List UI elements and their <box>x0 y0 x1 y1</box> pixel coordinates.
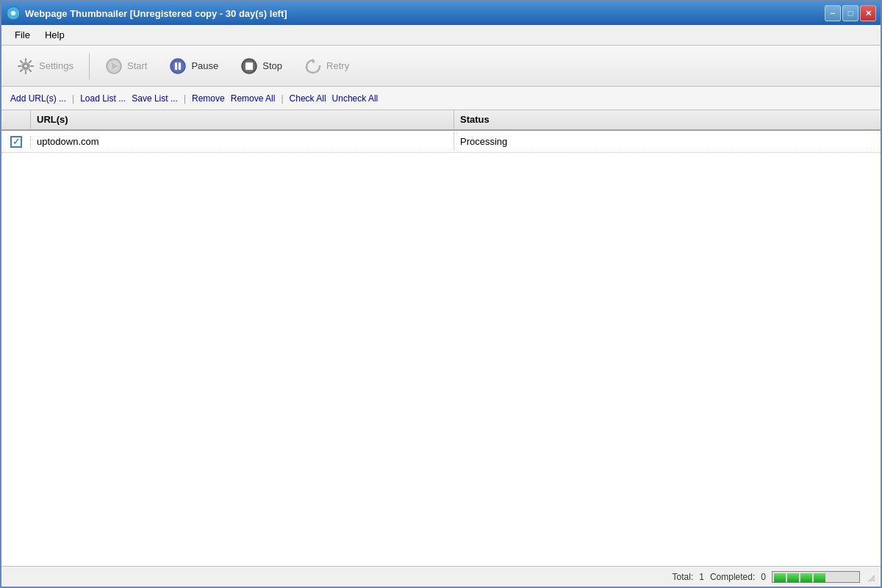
total-value: 1 <box>699 572 704 582</box>
svg-rect-11 <box>245 62 253 70</box>
row-status: Processing <box>454 132 881 151</box>
svg-line-15 <box>873 580 875 581</box>
load-list-link[interactable]: Load List ... <box>77 92 129 105</box>
remove-link[interactable]: Remove <box>189 92 228 105</box>
svg-point-2 <box>24 64 28 68</box>
retry-icon <box>304 57 322 75</box>
main-content: URL(s) Status uptodown.com Processing <box>1 110 881 566</box>
table-row: uptodown.com Processing <box>1 131 881 153</box>
row-checkbox[interactable] <box>10 136 22 148</box>
col-header-status: Status <box>454 110 881 129</box>
check-all-link[interactable]: Check All <box>287 92 329 105</box>
settings-icon <box>17 57 35 75</box>
row-checkbox-cell <box>1 136 31 148</box>
total-label: Total: <box>673 572 694 582</box>
add-urls-link[interactable]: Add URL(s) ... <box>7 92 69 105</box>
retry-label: Retry <box>326 60 349 71</box>
menu-help[interactable]: Help <box>37 26 72 43</box>
col-header-checkbox <box>1 110 31 129</box>
settings-button[interactable]: Settings <box>7 52 83 80</box>
progress-seg-4 <box>814 573 825 582</box>
retry-button[interactable]: Retry <box>295 52 359 80</box>
start-button[interactable]: Start <box>96 52 157 80</box>
window-title: Webpage Thumbnailer [Unregistered copy -… <box>25 8 825 19</box>
resize-grip-icon[interactable] <box>866 573 875 581</box>
main-window: Webpage Thumbnailer [Unregistered copy -… <box>0 0 882 588</box>
completed-value: 0 <box>761 572 766 582</box>
menu-file[interactable]: File <box>7 26 37 43</box>
svg-rect-9 <box>179 62 181 70</box>
pause-label: Pause <box>191 60 218 71</box>
toolbar: Settings Start <box>1 46 881 87</box>
pause-icon <box>169 57 187 75</box>
titlebar: Webpage Thumbnailer [Unregistered copy -… <box>1 1 881 25</box>
maximize-button[interactable]: □ <box>842 5 858 21</box>
minimize-button[interactable]: − <box>825 5 841 21</box>
svg-rect-8 <box>175 62 177 70</box>
progress-seg-1 <box>774 573 786 582</box>
pause-button[interactable]: Pause <box>159 52 228 80</box>
table-body: uptodown.com Processing <box>1 131 881 153</box>
table-header: URL(s) Status <box>1 110 881 131</box>
app-icon <box>6 6 21 21</box>
svg-point-1 <box>11 11 15 15</box>
stop-icon <box>240 57 258 75</box>
save-list-link[interactable]: Save List ... <box>129 92 181 105</box>
close-button[interactable]: ✕ <box>860 5 876 21</box>
action-sep-1: | <box>72 93 74 104</box>
action-sep-3: | <box>281 93 283 104</box>
stop-button[interactable]: Stop <box>231 52 292 80</box>
progress-seg-3 <box>800 573 812 582</box>
settings-label: Settings <box>39 60 74 71</box>
window-controls: − □ ✕ <box>825 5 876 21</box>
start-icon <box>105 57 123 75</box>
svg-marker-12 <box>312 59 315 63</box>
row-url: uptodown.com <box>31 132 454 151</box>
start-label: Start <box>127 60 147 71</box>
progress-bar <box>772 571 860 583</box>
action-sep-2: | <box>184 93 186 104</box>
actionbar: Add URL(s) ... | Load List ... Save List… <box>1 87 881 110</box>
progress-segments <box>772 572 827 582</box>
completed-label: Completed: <box>710 572 755 582</box>
svg-point-7 <box>171 59 185 74</box>
col-header-url: URL(s) <box>31 110 454 129</box>
stop-label: Stop <box>262 60 282 71</box>
statusbar: Total: 1 Completed: 0 <box>1 566 881 587</box>
uncheck-all-link[interactable]: Uncheck All <box>329 92 381 105</box>
menubar: File Help <box>1 25 881 46</box>
toolbar-sep-1 <box>89 53 90 79</box>
progress-seg-2 <box>787 573 799 582</box>
remove-all-link[interactable]: Remove All <box>228 92 279 105</box>
